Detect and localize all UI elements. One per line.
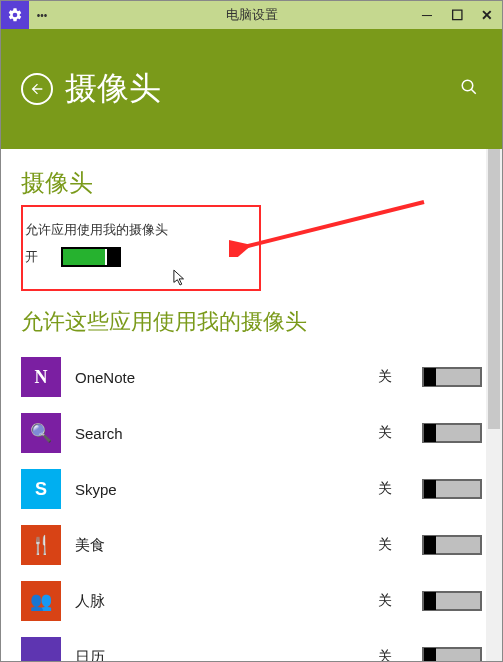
app-state: 关 bbox=[378, 480, 408, 498]
app-row: 👥人脉关 bbox=[21, 573, 482, 629]
app-state: 关 bbox=[378, 648, 408, 662]
app-toggle[interactable] bbox=[422, 535, 482, 555]
section-camera-title: 摄像头 bbox=[21, 167, 482, 199]
app-name: Skype bbox=[75, 481, 364, 498]
svg-point-0 bbox=[462, 80, 473, 91]
app-icon: 🍴 bbox=[21, 525, 61, 565]
app-state: 关 bbox=[378, 424, 408, 442]
app-row: 日历关 bbox=[21, 629, 482, 662]
app-name: 美食 bbox=[75, 536, 364, 555]
annotation-highlight-box: 允许应用使用我的摄像头 开 bbox=[21, 205, 261, 291]
app-icon: N bbox=[21, 357, 61, 397]
back-arrow-icon bbox=[29, 81, 45, 97]
section-apps-title: 允许这些应用使用我的摄像头 bbox=[21, 307, 482, 337]
apps-list: NOneNote关🔍Search关SSkype关🍴美食关👥人脉关日历关 bbox=[21, 349, 482, 662]
camera-permission-label: 允许应用使用我的摄像头 bbox=[25, 221, 247, 239]
app-icon: 👥 bbox=[21, 581, 61, 621]
app-name: OneNote bbox=[75, 369, 364, 386]
app-name: 人脉 bbox=[75, 592, 364, 611]
titlebar: ••• 电脑设置 ─ ☐ ✕ bbox=[1, 1, 502, 29]
maximize-button[interactable]: ☐ bbox=[442, 1, 472, 29]
app-row: 🔍Search关 bbox=[21, 405, 482, 461]
scrollbar-thumb[interactable] bbox=[488, 149, 500, 429]
close-button[interactable]: ✕ bbox=[472, 1, 502, 29]
app-row: 🍴美食关 bbox=[21, 517, 482, 573]
camera-permission-toggle[interactable] bbox=[61, 247, 121, 267]
app-toggle[interactable] bbox=[422, 367, 482, 387]
app-state: 关 bbox=[378, 592, 408, 610]
page-title: 摄像头 bbox=[65, 67, 161, 111]
app-row: NOneNote关 bbox=[21, 349, 482, 405]
app-toggle[interactable] bbox=[422, 423, 482, 443]
svg-line-2 bbox=[244, 202, 424, 247]
back-button[interactable] bbox=[21, 73, 53, 105]
app-state: 关 bbox=[378, 536, 408, 554]
vertical-scrollbar[interactable] bbox=[486, 149, 502, 661]
search-button[interactable] bbox=[460, 78, 478, 100]
app-state: 关 bbox=[378, 368, 408, 386]
cursor-icon bbox=[173, 269, 187, 287]
app-icon bbox=[21, 637, 61, 662]
svg-line-1 bbox=[471, 89, 476, 94]
app-toggle[interactable] bbox=[422, 591, 482, 611]
annotation-arrow-icon bbox=[229, 197, 429, 257]
app-name: 日历 bbox=[75, 648, 364, 663]
minimize-button[interactable]: ─ bbox=[412, 1, 442, 29]
camera-permission-state: 开 bbox=[25, 248, 45, 266]
search-icon bbox=[460, 78, 478, 96]
window-title: 电脑设置 bbox=[226, 6, 278, 24]
app-icon: S bbox=[21, 469, 61, 509]
app-toggle[interactable] bbox=[422, 479, 482, 499]
titlebar-menu-dots[interactable]: ••• bbox=[29, 1, 55, 29]
page-header: 摄像头 bbox=[1, 29, 502, 149]
app-toggle[interactable] bbox=[422, 647, 482, 662]
settings-icon bbox=[1, 1, 29, 29]
app-name: Search bbox=[75, 425, 364, 442]
content-area: 摄像头 允许应用使用我的摄像头 开 允许这些应用使用我的摄像头 NOneNote… bbox=[1, 149, 502, 661]
app-row: SSkype关 bbox=[21, 461, 482, 517]
app-icon: 🔍 bbox=[21, 413, 61, 453]
